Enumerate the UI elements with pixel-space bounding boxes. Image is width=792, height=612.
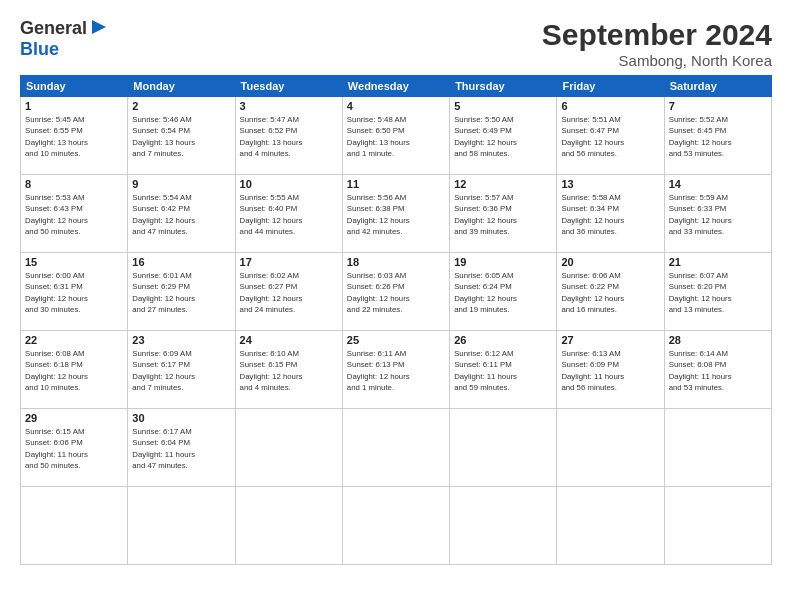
month-title: September 2024 xyxy=(542,18,772,52)
day-number: 9 xyxy=(132,178,230,190)
calendar-week-row: 15Sunrise: 6:00 AM Sunset: 6:31 PM Dayli… xyxy=(21,253,772,331)
table-row xyxy=(128,487,235,565)
day-info: Sunrise: 6:17 AM Sunset: 6:04 PM Dayligh… xyxy=(132,426,230,471)
col-tuesday: Tuesday xyxy=(235,76,342,97)
col-friday: Friday xyxy=(557,76,664,97)
logo: General Blue xyxy=(20,18,108,60)
col-sunday: Sunday xyxy=(21,76,128,97)
table-row xyxy=(557,487,664,565)
day-info: Sunrise: 6:00 AM Sunset: 6:31 PM Dayligh… xyxy=(25,270,123,315)
calendar-week-row: 8Sunrise: 5:53 AM Sunset: 6:43 PM Daylig… xyxy=(21,175,772,253)
table-row: 3Sunrise: 5:47 AM Sunset: 6:52 PM Daylig… xyxy=(235,97,342,175)
calendar-week-row: 1Sunrise: 5:45 AM Sunset: 6:55 PM Daylig… xyxy=(21,97,772,175)
table-row xyxy=(664,487,771,565)
table-row: 22Sunrise: 6:08 AM Sunset: 6:18 PM Dayli… xyxy=(21,331,128,409)
logo-text: General xyxy=(20,19,87,39)
day-info: Sunrise: 6:15 AM Sunset: 6:06 PM Dayligh… xyxy=(25,426,123,471)
table-row: 4Sunrise: 5:48 AM Sunset: 6:50 PM Daylig… xyxy=(342,97,449,175)
day-info: Sunrise: 6:08 AM Sunset: 6:18 PM Dayligh… xyxy=(25,348,123,393)
day-number: 8 xyxy=(25,178,123,190)
day-info: Sunrise: 6:06 AM Sunset: 6:22 PM Dayligh… xyxy=(561,270,659,315)
header: General Blue September 2024 Sambong, Nor… xyxy=(20,18,772,69)
day-number: 1 xyxy=(25,100,123,112)
day-number: 4 xyxy=(347,100,445,112)
day-info: Sunrise: 5:46 AM Sunset: 6:54 PM Dayligh… xyxy=(132,114,230,159)
day-number: 14 xyxy=(669,178,767,190)
table-row xyxy=(450,409,557,487)
table-row: 6Sunrise: 5:51 AM Sunset: 6:47 PM Daylig… xyxy=(557,97,664,175)
day-info: Sunrise: 6:03 AM Sunset: 6:26 PM Dayligh… xyxy=(347,270,445,315)
table-row: 7Sunrise: 5:52 AM Sunset: 6:45 PM Daylig… xyxy=(664,97,771,175)
day-info: Sunrise: 6:07 AM Sunset: 6:20 PM Dayligh… xyxy=(669,270,767,315)
table-row: 26Sunrise: 6:12 AM Sunset: 6:11 PM Dayli… xyxy=(450,331,557,409)
day-number: 20 xyxy=(561,256,659,268)
table-row: 18Sunrise: 6:03 AM Sunset: 6:26 PM Dayli… xyxy=(342,253,449,331)
location-title: Sambong, North Korea xyxy=(542,52,772,69)
day-info: Sunrise: 6:09 AM Sunset: 6:17 PM Dayligh… xyxy=(132,348,230,393)
table-row: 21Sunrise: 6:07 AM Sunset: 6:20 PM Dayli… xyxy=(664,253,771,331)
day-info: Sunrise: 6:13 AM Sunset: 6:09 PM Dayligh… xyxy=(561,348,659,393)
table-row: 15Sunrise: 6:00 AM Sunset: 6:31 PM Dayli… xyxy=(21,253,128,331)
day-number: 3 xyxy=(240,100,338,112)
logo-arrow-icon xyxy=(90,18,108,36)
day-number: 13 xyxy=(561,178,659,190)
table-row xyxy=(235,409,342,487)
table-row: 2Sunrise: 5:46 AM Sunset: 6:54 PM Daylig… xyxy=(128,97,235,175)
table-row xyxy=(235,487,342,565)
table-row: 24Sunrise: 6:10 AM Sunset: 6:15 PM Dayli… xyxy=(235,331,342,409)
table-row: 25Sunrise: 6:11 AM Sunset: 6:13 PM Dayli… xyxy=(342,331,449,409)
day-info: Sunrise: 5:55 AM Sunset: 6:40 PM Dayligh… xyxy=(240,192,338,237)
col-wednesday: Wednesday xyxy=(342,76,449,97)
table-row xyxy=(557,409,664,487)
day-info: Sunrise: 6:01 AM Sunset: 6:29 PM Dayligh… xyxy=(132,270,230,315)
table-row xyxy=(342,409,449,487)
table-row: 1Sunrise: 5:45 AM Sunset: 6:55 PM Daylig… xyxy=(21,97,128,175)
day-number: 25 xyxy=(347,334,445,346)
day-info: Sunrise: 5:47 AM Sunset: 6:52 PM Dayligh… xyxy=(240,114,338,159)
calendar-header-row: Sunday Monday Tuesday Wednesday Thursday… xyxy=(21,76,772,97)
col-saturday: Saturday xyxy=(664,76,771,97)
table-row: 20Sunrise: 6:06 AM Sunset: 6:22 PM Dayli… xyxy=(557,253,664,331)
table-row xyxy=(664,409,771,487)
calendar-week-row: 22Sunrise: 6:08 AM Sunset: 6:18 PM Dayli… xyxy=(21,331,772,409)
day-number: 5 xyxy=(454,100,552,112)
table-row: 28Sunrise: 6:14 AM Sunset: 6:08 PM Dayli… xyxy=(664,331,771,409)
day-number: 11 xyxy=(347,178,445,190)
day-number: 7 xyxy=(669,100,767,112)
day-info: Sunrise: 6:12 AM Sunset: 6:11 PM Dayligh… xyxy=(454,348,552,393)
day-info: Sunrise: 5:57 AM Sunset: 6:36 PM Dayligh… xyxy=(454,192,552,237)
day-info: Sunrise: 6:05 AM Sunset: 6:24 PM Dayligh… xyxy=(454,270,552,315)
day-info: Sunrise: 5:50 AM Sunset: 6:49 PM Dayligh… xyxy=(454,114,552,159)
table-row: 27Sunrise: 6:13 AM Sunset: 6:09 PM Dayli… xyxy=(557,331,664,409)
day-info: Sunrise: 5:48 AM Sunset: 6:50 PM Dayligh… xyxy=(347,114,445,159)
svg-marker-0 xyxy=(92,20,106,34)
table-row: 11Sunrise: 5:56 AM Sunset: 6:38 PM Dayli… xyxy=(342,175,449,253)
day-number: 21 xyxy=(669,256,767,268)
table-row: 12Sunrise: 5:57 AM Sunset: 6:36 PM Dayli… xyxy=(450,175,557,253)
title-block: September 2024 Sambong, North Korea xyxy=(542,18,772,69)
table-row: 19Sunrise: 6:05 AM Sunset: 6:24 PM Dayli… xyxy=(450,253,557,331)
day-info: Sunrise: 5:56 AM Sunset: 6:38 PM Dayligh… xyxy=(347,192,445,237)
table-row xyxy=(342,487,449,565)
day-number: 18 xyxy=(347,256,445,268)
day-number: 29 xyxy=(25,412,123,424)
table-row: 29Sunrise: 6:15 AM Sunset: 6:06 PM Dayli… xyxy=(21,409,128,487)
table-row: 16Sunrise: 6:01 AM Sunset: 6:29 PM Dayli… xyxy=(128,253,235,331)
logo-general: General xyxy=(20,18,87,38)
day-info: Sunrise: 5:45 AM Sunset: 6:55 PM Dayligh… xyxy=(25,114,123,159)
col-thursday: Thursday xyxy=(450,76,557,97)
day-number: 26 xyxy=(454,334,552,346)
day-number: 6 xyxy=(561,100,659,112)
day-number: 19 xyxy=(454,256,552,268)
day-number: 30 xyxy=(132,412,230,424)
day-number: 12 xyxy=(454,178,552,190)
calendar-week-row: 29Sunrise: 6:15 AM Sunset: 6:06 PM Dayli… xyxy=(21,409,772,487)
day-number: 24 xyxy=(240,334,338,346)
day-number: 23 xyxy=(132,334,230,346)
table-row: 30Sunrise: 6:17 AM Sunset: 6:04 PM Dayli… xyxy=(128,409,235,487)
table-row xyxy=(450,487,557,565)
day-info: Sunrise: 6:11 AM Sunset: 6:13 PM Dayligh… xyxy=(347,348,445,393)
table-row: 5Sunrise: 5:50 AM Sunset: 6:49 PM Daylig… xyxy=(450,97,557,175)
day-number: 16 xyxy=(132,256,230,268)
table-row: 13Sunrise: 5:58 AM Sunset: 6:34 PM Dayli… xyxy=(557,175,664,253)
